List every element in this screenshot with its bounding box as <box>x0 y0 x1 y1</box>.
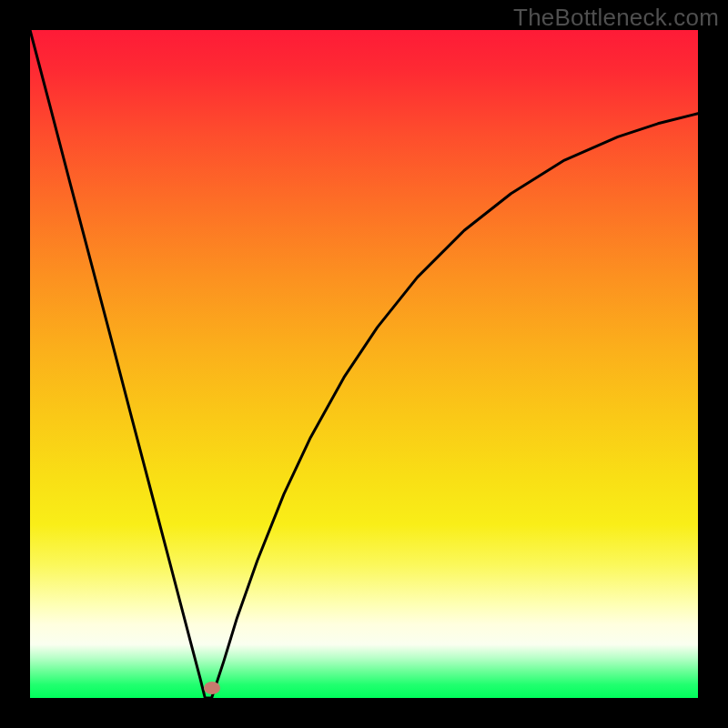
bottleneck-curve <box>30 30 698 698</box>
optimal-point-marker <box>204 682 220 694</box>
plot-area <box>30 30 698 698</box>
chart-frame: TheBottleneck.com <box>0 0 728 728</box>
attribution-text: TheBottleneck.com <box>513 4 719 32</box>
